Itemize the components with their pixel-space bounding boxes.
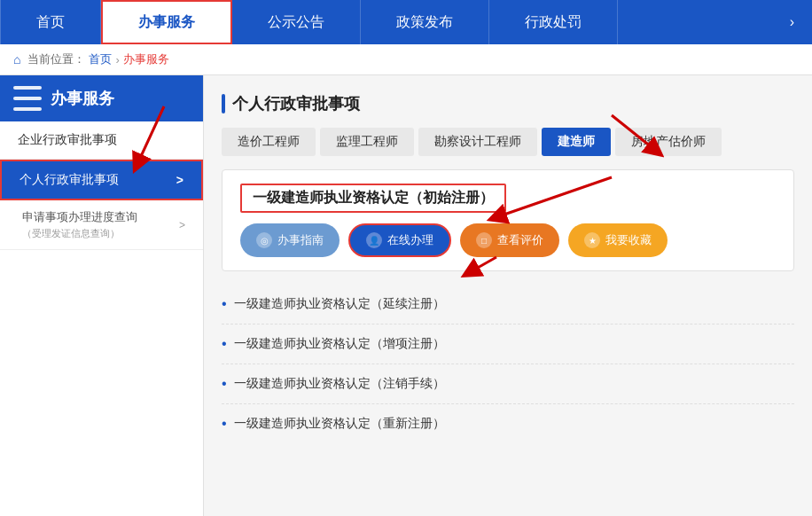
featured-service-title: 一级建造师执业资格认定（初始注册） — [240, 184, 506, 213]
list-item-2[interactable]: 一级建造师执业资格认定（增项注册） — [222, 324, 794, 364]
breadcrumb-sep: › — [115, 53, 119, 66]
favorite-button[interactable]: ★ 我要收藏 — [568, 223, 668, 257]
person-icon: 👤 — [366, 232, 382, 248]
tab-constructor[interactable]: 建造师 — [542, 128, 611, 156]
sidebar-item-progress[interactable]: 申请事项办理进度查询 （受理发证信息查询） — [0, 200, 203, 250]
content-area: 个人行政审批事项 造价工程师 监理工程师 勘察设计工程师 建造师 房地产估价师 … — [204, 75, 812, 516]
sidebar-title: 办事服务 — [51, 88, 114, 109]
service-card: 一级建造师执业资格认定（初始注册） ◎ 办事指南 👤 在线办理 □ 查看评价 — [222, 169, 794, 271]
list-item-1[interactable]: 一级建造师执业资格认定（延续注册） — [222, 285, 794, 324]
favorite-label: 我要收藏 — [605, 232, 652, 248]
tab-cost-engineer[interactable]: 造价工程师 — [222, 128, 316, 156]
breadcrumb-prefix: 当前位置： — [27, 51, 85, 67]
tab-survey-engineer[interactable]: 勘察设计工程师 — [418, 128, 537, 156]
star-icon: ★ — [584, 232, 600, 248]
service-buttons: ◎ 办事指南 👤 在线办理 □ 查看评价 ★ 我要收藏 — [240, 223, 776, 257]
sidebar-item-enterprise[interactable]: 企业行政审批事项 — [0, 121, 203, 160]
main-content: 办事服务 企业行政审批事项 个人行政审批事项 申请事项办理进度查询 （受理发证信… — [0, 75, 812, 516]
tab-supervision-engineer[interactable]: 监理工程师 — [320, 128, 414, 156]
menu-icon — [13, 86, 42, 111]
top-navigation: 首页 办事服务 公示公告 政策发布 行政处罚 › — [0, 0, 812, 44]
section-title: 个人行政审批事项 — [222, 93, 794, 114]
review-button[interactable]: □ 查看评价 — [460, 223, 559, 257]
sidebar-header: 办事服务 — [0, 75, 203, 121]
review-label: 查看评价 — [497, 232, 543, 248]
list-item-3[interactable]: 一级建造师执业资格认定（注销手续） — [222, 364, 794, 404]
list-item-4[interactable]: 一级建造师执业资格认定（重新注册） — [222, 404, 794, 443]
nav-penalty[interactable]: 行政处罚 — [489, 0, 618, 44]
breadcrumb-home[interactable]: 首页 — [89, 51, 112, 67]
nav-more[interactable]: › — [772, 0, 812, 44]
chat-icon: □ — [476, 232, 492, 248]
nav-policy[interactable]: 政策发布 — [361, 0, 489, 44]
nav-service[interactable]: 办事服务 — [101, 0, 232, 44]
tab-bar: 造价工程师 监理工程师 勘察设计工程师 建造师 房地产估价师 — [222, 128, 794, 156]
sidebar-progress-note: （受理发证信息查询） — [22, 227, 137, 240]
guide-label: 办事指南 — [277, 232, 324, 248]
nav-home[interactable]: 首页 — [0, 0, 101, 44]
sidebar: 办事服务 企业行政审批事项 个人行政审批事项 申请事项办理进度查询 （受理发证信… — [0, 75, 204, 516]
breadcrumb: ⌂ 当前位置： 首页 › 办事服务 — [0, 44, 812, 75]
sidebar-item-personal[interactable]: 个人行政审批事项 — [0, 160, 203, 200]
guide-button[interactable]: ◎ 办事指南 — [240, 223, 340, 257]
compass-icon: ◎ — [256, 232, 272, 248]
home-icon: ⌂ — [13, 52, 20, 66]
breadcrumb-current[interactable]: 办事服务 — [123, 51, 169, 67]
tab-real-estate[interactable]: 房地产估价师 — [615, 128, 722, 156]
sidebar-progress-label: 申请事项办理进度查询 — [22, 210, 137, 223]
service-list: 一级建造师执业资格认定（延续注册） 一级建造师执业资格认定（增项注册） 一级建造… — [222, 285, 794, 443]
online-button[interactable]: 👤 在线办理 — [348, 223, 451, 257]
nav-notice[interactable]: 公示公告 — [232, 0, 361, 44]
online-label: 在线办理 — [387, 232, 433, 248]
